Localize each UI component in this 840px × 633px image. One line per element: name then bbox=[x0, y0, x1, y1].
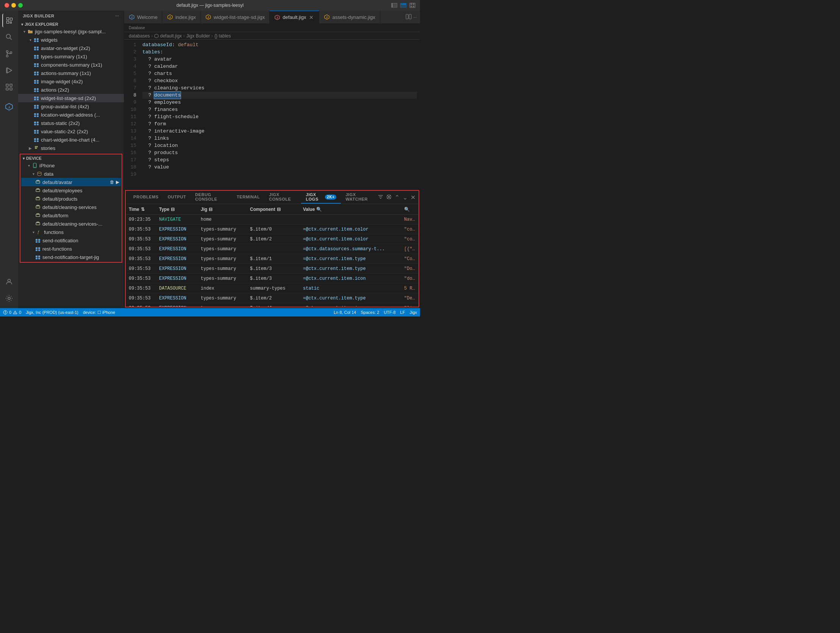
bc-jigx-builder[interactable]: Jigx Builder bbox=[186, 33, 210, 39]
code-line-16[interactable]: ? products bbox=[142, 149, 417, 156]
log-table-row[interactable]: 09:35:53 EXPRESSION types-summary $.item… bbox=[126, 234, 418, 244]
filter-icon[interactable] bbox=[378, 194, 383, 200]
status-spaces[interactable]: Spaces: 2 bbox=[361, 310, 379, 315]
sort-icon[interactable]: ⇅ bbox=[141, 207, 145, 212]
editor-tab-Welcome[interactable]: J Welcome bbox=[124, 11, 163, 24]
log-table-row[interactable]: 09:35:53 EXPRESSION types-summary $.item… bbox=[126, 294, 418, 303]
tree-functions[interactable]: ▾ ƒ functions bbox=[21, 228, 121, 236]
more-tabs-icon[interactable]: ··· bbox=[413, 14, 417, 20]
tree-function-item[interactable]: send-notification bbox=[21, 236, 121, 245]
editor-tab-default-jigx[interactable]: J default.jigx ✕ bbox=[270, 11, 319, 24]
panel-tab-jigx-logs[interactable]: JIGX LOGS2K+ bbox=[301, 191, 341, 204]
tree-data-item[interactable]: default/products bbox=[21, 194, 121, 203]
tree-widgets[interactable]: ▾ widgets bbox=[18, 36, 124, 44]
tree-jigx-samples[interactable]: ▾ jigx-samples-leesyl (jigx-sampl... bbox=[18, 27, 124, 36]
tree-widget-item[interactable]: avatar-on-widget (2x2) bbox=[18, 44, 124, 52]
activity-extensions[interactable] bbox=[2, 80, 16, 94]
code-line-2[interactable]: tables: bbox=[142, 49, 417, 56]
filter-jig-icon[interactable]: ⊟ bbox=[209, 207, 212, 212]
tree-data-item[interactable]: default/form bbox=[21, 211, 121, 219]
filter-component-icon[interactable]: ⊟ bbox=[277, 207, 281, 212]
minimize-dot[interactable] bbox=[11, 3, 16, 8]
code-line-3[interactable]: ? avatar bbox=[142, 56, 417, 63]
status-company[interactable]: Jigx, Inc (PROD) (us-east-1) bbox=[26, 310, 78, 315]
status-lang[interactable]: Jigx bbox=[409, 310, 417, 315]
status-errors[interactable]: 0 0 bbox=[3, 310, 21, 315]
code-line-19[interactable] bbox=[142, 171, 417, 178]
panel-tab-debug-console[interactable]: DEBUG CONSOLE bbox=[191, 191, 232, 204]
panel-icon[interactable] bbox=[409, 3, 415, 8]
code-line-6[interactable]: ? checkbox bbox=[142, 77, 417, 84]
tree-iphone[interactable]: ▾ iPhone bbox=[21, 161, 121, 170]
tree-data-item[interactable]: default/employees bbox=[21, 186, 121, 194]
code-line-11[interactable]: ? flight-schedule bbox=[142, 113, 417, 120]
activity-account[interactable] bbox=[2, 275, 16, 289]
collapse-icon[interactable]: ⌃ bbox=[395, 194, 399, 201]
panel-tab-problems[interactable]: PROBLEMS bbox=[129, 191, 163, 204]
panel-tab-terminal[interactable]: TERMINAL bbox=[232, 191, 264, 204]
status-encoding[interactable]: UTF-8 bbox=[384, 310, 395, 315]
code-line-15[interactable]: ? location bbox=[142, 142, 417, 149]
bc-item-default[interactable]: default.jigx bbox=[154, 33, 182, 39]
search-icon-right[interactable]: 🔍 bbox=[404, 207, 410, 212]
code-line-9[interactable]: ? employees bbox=[142, 99, 417, 106]
activity-settings[interactable] bbox=[2, 292, 16, 305]
status-device[interactable]: device: ☐ iPhone bbox=[83, 310, 115, 315]
tree-widget-item[interactable]: image-widget (4x2) bbox=[18, 77, 124, 85]
expand-icon[interactable]: ⌄ bbox=[403, 194, 407, 201]
tree-widget-item[interactable]: actions-summary (1x1) bbox=[18, 69, 124, 77]
breadcrumb-databases[interactable]: databases bbox=[129, 33, 150, 39]
panel-tab-output[interactable]: OUTPUT bbox=[163, 191, 191, 204]
tab-close-icon[interactable]: ✕ bbox=[308, 14, 314, 21]
editor-tab-index-jigx[interactable]: J index.jigx bbox=[163, 11, 201, 24]
activity-search[interactable] bbox=[2, 30, 16, 44]
bc-tables[interactable]: {} tables bbox=[214, 33, 231, 39]
tree-widget-item[interactable]: types-summary (1x1) bbox=[18, 52, 124, 61]
delete-icon[interactable]: 🗑 bbox=[110, 180, 114, 185]
log-table-row[interactable]: 09:23:35 NAVIGATE home Nav... bbox=[126, 215, 418, 224]
code-line-18[interactable]: ? value bbox=[142, 164, 417, 171]
code-line-12[interactable]: ? form bbox=[142, 120, 417, 128]
tree-widget-item[interactable]: location-widget-address (... bbox=[18, 110, 124, 119]
tree-widget-item[interactable]: value-static-2x2 (2x2) bbox=[18, 127, 124, 136]
editor-tab-assets-dynamic-jigx[interactable]: J assets-dynamic.jigx bbox=[319, 11, 380, 24]
activity-jigx[interactable]: J bbox=[2, 100, 16, 114]
split-editor-icon[interactable] bbox=[406, 14, 412, 21]
tree-widget-item[interactable]: group-avatar-list (4x2) bbox=[18, 102, 124, 110]
code-line-1[interactable]: databaseId: default bbox=[142, 41, 417, 49]
tree-data-item[interactable]: default/cleaning-services bbox=[21, 203, 121, 211]
code-content[interactable]: databaseId: defaulttables: ? avatar ? ca… bbox=[139, 40, 420, 189]
code-line-10[interactable]: ? finances bbox=[142, 106, 417, 113]
editor-tab-widget-list-stage-sd-jigx[interactable]: J widget-list-stage-sd.jigx bbox=[201, 11, 270, 24]
tree-widget-item[interactable]: status-static (2x2) bbox=[18, 119, 124, 127]
tree-function-item[interactable]: rest-functions bbox=[21, 245, 121, 253]
code-line-7[interactable]: ? cleaning-services bbox=[142, 84, 417, 92]
more-actions-icon[interactable]: ··· bbox=[115, 14, 119, 18]
sidebar-toggle-icon[interactable] bbox=[391, 3, 397, 8]
code-line-5[interactable]: ? charts bbox=[142, 70, 417, 77]
log-table-row[interactable]: 09:35:53 EXPRESSION types-summary $.item… bbox=[126, 274, 418, 284]
search-value-icon[interactable]: 🔍 bbox=[316, 207, 322, 212]
tree-widget-item[interactable]: components-summary (1x1) bbox=[18, 61, 124, 69]
tree-data[interactable]: ▾ data bbox=[21, 170, 121, 178]
close-dot[interactable] bbox=[5, 3, 9, 8]
code-line-17[interactable]: ? steps bbox=[142, 156, 417, 164]
status-ln-col[interactable]: Ln 8, Col 14 bbox=[334, 310, 356, 315]
tree-widget-item[interactable]: chart-widget-line-chart (4... bbox=[18, 136, 124, 144]
status-eol[interactable]: LF bbox=[400, 310, 405, 315]
tree-data-item[interactable]: default/avatar 🗑 ▶ bbox=[21, 178, 121, 186]
clear-icon[interactable] bbox=[386, 194, 392, 200]
activity-run[interactable] bbox=[2, 63, 16, 77]
maximize-dot[interactable] bbox=[18, 3, 23, 8]
activity-explorer[interactable] bbox=[2, 14, 16, 27]
layout-icon[interactable] bbox=[400, 3, 406, 8]
tree-function-item[interactable]: send-notification-target-jig bbox=[21, 253, 121, 261]
close-panel-icon[interactable]: ✕ bbox=[411, 194, 415, 201]
log-table-row[interactable]: 09:35:53 EXPRESSION types-summary $.item… bbox=[126, 254, 418, 264]
activity-source-control[interactable] bbox=[2, 47, 16, 61]
log-table-row[interactable]: 09:35:53 DATASOURCE index summary-types … bbox=[126, 284, 418, 294]
code-line-8[interactable]: ? documents bbox=[142, 92, 417, 99]
log-table-row[interactable]: 09:35:53 EXPRESSION types-summary =@ctx.… bbox=[126, 244, 418, 254]
tree-widget-item[interactable]: actions (2x2) bbox=[18, 85, 124, 94]
code-line-4[interactable]: ? calendar bbox=[142, 63, 417, 70]
